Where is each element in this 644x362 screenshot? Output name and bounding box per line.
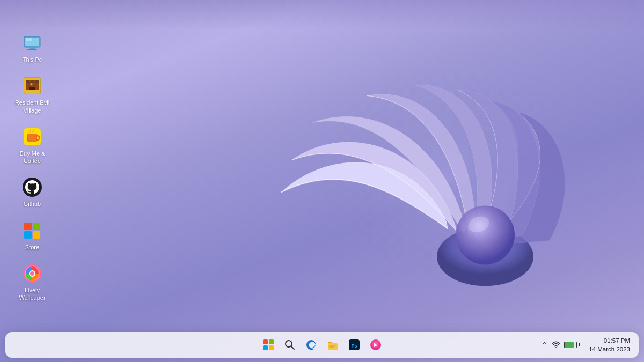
desktop-icon-resident-evil[interactable]: RE Resident Evil Village xyxy=(11,73,54,116)
store-icon xyxy=(21,220,43,241)
buy-me-coffee-icon xyxy=(21,126,43,147)
file-explorer-button[interactable] xyxy=(323,335,342,354)
sys-tray: ⌃ xyxy=(541,340,580,350)
svg-rect-31 xyxy=(269,345,274,350)
search-button[interactable] xyxy=(280,335,299,354)
svg-text:Ps: Ps xyxy=(351,343,357,349)
desktop-icon-store[interactable]: Store xyxy=(11,218,54,253)
svg-rect-7 xyxy=(27,49,37,50)
svg-rect-6 xyxy=(30,47,35,49)
taskbar-right: ⌃ 01:57 PM 14 Ma xyxy=(541,336,630,353)
lively-wallpaper-label: Lively Wallpaper xyxy=(13,286,52,302)
desktop: This Pc RE Resident Evil V xyxy=(0,0,644,362)
this-pc-label: This Pc xyxy=(23,56,42,63)
lively-wallpaper-icon xyxy=(21,263,43,284)
svg-line-33 xyxy=(291,346,294,349)
top-blur xyxy=(0,0,644,29)
svg-rect-14 xyxy=(35,80,39,83)
resident-evil-icon: RE xyxy=(21,75,43,97)
clock-display[interactable]: 01:57 PM 14 March 2023 xyxy=(589,336,630,353)
svg-rect-22 xyxy=(24,231,32,239)
resident-evil-label: Resident Evil Village xyxy=(13,99,52,114)
time-display: 01:57 PM xyxy=(604,336,630,345)
svg-rect-23 xyxy=(33,231,40,239)
desktop-icon-buy-me-coffee[interactable]: Buy Me a Coffee xyxy=(11,124,54,167)
svg-rect-8 xyxy=(26,38,32,41)
this-pc-icon xyxy=(23,34,42,54)
github-icon xyxy=(21,176,43,198)
wifi-icon[interactable] xyxy=(551,340,561,350)
show-hidden-icon[interactable]: ⌃ xyxy=(541,341,548,349)
desktop-icon-this-pc[interactable]: This Pc xyxy=(11,32,54,65)
desktop-icon-github[interactable]: Github xyxy=(11,174,54,210)
music-button[interactable] xyxy=(366,335,385,354)
svg-rect-20 xyxy=(24,223,32,230)
start-button[interactable] xyxy=(259,335,278,354)
battery-icon[interactable] xyxy=(564,342,580,348)
buy-me-coffee-label: Buy Me a Coffee xyxy=(13,150,52,165)
svg-rect-35 xyxy=(329,345,336,346)
taskbar: Ps xyxy=(5,332,639,358)
svg-rect-21 xyxy=(33,223,40,230)
date-display: 14 March 2023 xyxy=(589,345,630,353)
svg-text:RE: RE xyxy=(29,82,35,86)
desktop-icon-lively-wallpaper[interactable]: Lively Wallpaper xyxy=(11,261,54,304)
svg-rect-30 xyxy=(263,345,268,350)
taskbar-center: Ps xyxy=(259,335,385,354)
svg-point-32 xyxy=(286,341,292,347)
svg-rect-29 xyxy=(269,339,274,344)
svg-rect-15 xyxy=(29,87,35,90)
desktop-icons: This Pc RE Resident Evil V xyxy=(11,32,54,307)
edge-button[interactable] xyxy=(302,335,321,354)
svg-rect-12 xyxy=(26,80,29,83)
svg-rect-28 xyxy=(263,339,268,344)
svg-point-27 xyxy=(30,271,34,276)
photoshop-button[interactable]: Ps xyxy=(345,335,364,354)
wallpaper-art xyxy=(260,47,571,305)
svg-point-2 xyxy=(456,205,515,264)
store-label: Store xyxy=(25,243,39,251)
svg-rect-36 xyxy=(329,346,334,348)
github-label: Github xyxy=(24,200,41,208)
